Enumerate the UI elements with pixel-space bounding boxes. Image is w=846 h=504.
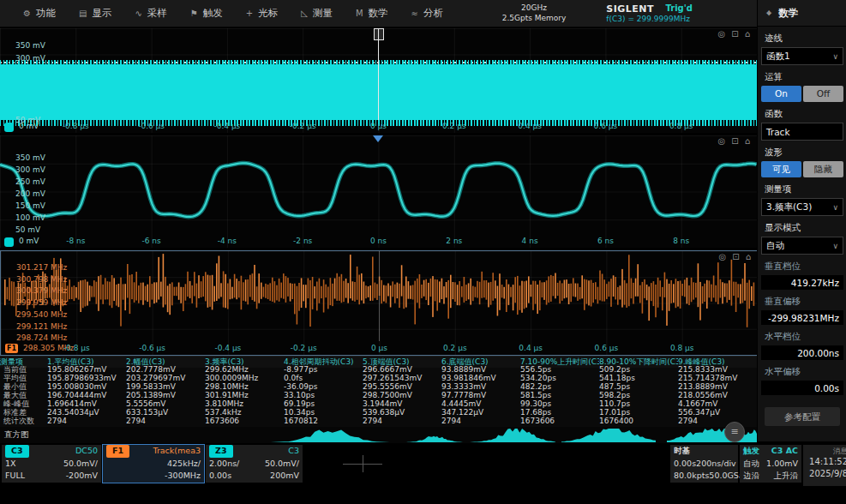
add-channel-crosshair-icon[interactable] [343,455,382,472]
reference-config-button[interactable]: 参考配置 [765,407,840,426]
table-cell: 5.5556mV [126,399,205,408]
operation-on-button[interactable]: On [761,86,801,102]
menu-item-6[interactable]: ◺测量 [301,7,333,20]
expand-icon[interactable]: ⊡ [732,252,739,261]
table-cell: 2794 [441,417,520,425]
z3-voffset: 200mV [270,470,299,483]
table-cell: 581.5ps [520,391,599,399]
vscale-field[interactable]: 419.27kHz [761,275,843,290]
reset-icon[interactable]: ⌂ [745,136,750,146]
menu-item-5[interactable]: +光标 [246,7,278,20]
trigger-level: 1.00mV [766,458,798,471]
table-cell: 218.0556mV [678,391,757,399]
pane-track-f1[interactable]: ◎⊡⌂ 301.217 MHz300.798 MHz300.379 MHz299… [0,250,759,356]
pane-main-c3[interactable]: ◎⊡⌂ 350 mV300 mV50 mV 0 mV -0.8 µs-0.6 µ… [0,28,757,133]
display-mode-label: 显示模式 [765,222,846,234]
y-tick-label: 50 mV [15,225,40,234]
measure-item-select[interactable]: 3.频率(C3) ∨ [761,198,843,216]
channel-c3-box[interactable]: C3DC50 1X50.0mV/ FULL-200mV [2,445,101,483]
measure-icon: ◺ [301,9,308,18]
x-tick-label: -0.2 µs [278,344,329,352]
reset-icon[interactable]: ⌂ [745,29,750,39]
f1-offset: -300MHz [165,470,201,483]
table-cell: 556.5ps [520,365,599,374]
chevron-down-icon: ∨ [832,242,838,250]
table-cell: 110.7ps [599,399,678,408]
hoffset-field[interactable]: 0.00s [761,381,843,395]
expand-icon[interactable]: ⊡ [731,136,738,146]
z3-zoom-waveform [0,135,757,235]
table-cell: 195.806267mV [47,365,126,374]
zoom-z3-box[interactable]: Z3C3 2.00ns/50.0mV/ 0.00s200mV [206,445,303,483]
scroll-handle[interactable]: ≡ [724,422,745,442]
clock-time: 14:11:52 [807,456,846,468]
trigger-label: 触发 [743,445,759,458]
zoom-window-cursor[interactable] [378,28,379,120]
pane3-center-line [379,251,380,341]
table-cell: 541.18ps [599,374,678,382]
table-cell: 最大值 [0,391,47,399]
samplerate-readout: 20GHz 2.5Gpts Memory [483,3,585,23]
voffset-field[interactable]: -299.98231MHz [761,310,843,325]
table-cell: 213.8889mV [678,382,757,391]
menu-item-8[interactable]: ≈分析 [411,7,443,20]
f1-trace-badge[interactable]: F1 [5,344,18,353]
math-f1-box[interactable]: F1Track(mea3 425kHz/ -300MHz [103,445,204,483]
x-tick-label: -0.6 µs [126,122,177,130]
measurement-histograms [0,427,757,443]
snapshot-icon[interactable]: ◎ [719,252,727,261]
menu-item-3[interactable]: ∿采样 [135,7,166,20]
table-cell: 215.8333mV [678,365,757,374]
y-tick-label: 150 mV [15,201,45,210]
f1-badge: F1 [106,445,129,458]
timebase-label: 时基 [674,445,690,458]
table-cell: 1673606 [205,417,284,425]
expand-icon[interactable]: ⊡ [731,29,738,39]
clock-box[interactable]: 消息 14:11:52 2025/9/8 [803,445,846,486]
pane-zoom-z3[interactable]: ◎⊡⌂ 350 mV300 mV250 mV200 mV150 mV100 mV… [0,135,757,248]
snapshot-icon[interactable]: ◎ [718,29,726,39]
frequency-readout: f(C3) = 299.9999MHz [606,15,690,23]
timebase-box[interactable]: 时基 0.00s200ns/div 80.0kpts50.0GSa/s [670,445,738,483]
vscale-label: 垂直档位 [765,261,846,273]
pin-icon[interactable]: ⌖ [766,8,771,19]
table-cell: 633.153µV [126,408,205,417]
x-tick-label: -6 ns [126,237,177,245]
analysis-icon: ≈ [411,9,418,18]
x-tick-label: 4 ns [504,237,555,245]
menu-item-2[interactable]: ▤显示 [79,7,111,20]
waveform-hidden-button[interactable]: 隐藏 [803,161,843,177]
table-cell: 峰-峰值 [0,399,47,408]
z3-trace-marker-icon[interactable] [4,237,14,247]
math-icon: M [356,9,363,18]
function-input[interactable]: Track [761,123,843,141]
operation-off-button[interactable]: Off [803,86,843,102]
c3-coupling: DC50 [75,445,98,458]
x-tick-label: 0.2 µs [429,344,481,352]
waveform-visible-button[interactable]: 可见 [761,161,801,177]
zoom-window-handle[interactable] [374,28,384,40]
c3-channel-marker-icon[interactable] [4,123,14,132]
table-cell: 4.1667mV [678,399,757,408]
trigger-position-icon[interactable] [373,135,383,142]
measurement-table: 测量项1.平均值(C3)2.幅值(C3)3.频率(C3)4.相邻周期抖动(C3)… [0,356,757,428]
pane3-corner-icons: ◎⊡⌂ [719,252,751,261]
trace-select[interactable]: 函数1 ∨ [761,47,843,65]
trigger-box[interactable]: 触发C3 AC 自动1.00mV 边沿上升沿 [740,445,801,483]
pane2-x-axis: 0 mV -8 ns-6 ns-4 ns-2 ns0 ns2 ns4 ns6 n… [0,235,757,248]
cursor-icon: + [246,9,253,18]
reset-icon[interactable]: ⌂ [746,252,751,261]
menu-item-7[interactable]: M数学 [356,7,388,20]
c3-badge: C3 [5,445,29,458]
snapshot-icon[interactable]: ◎ [718,136,726,146]
x-tick-label: -0.8 µs [51,344,102,352]
math-dialog: ⌖ 数学 迹线 函数1 ∨ 运算 On Off 函数 Track 波形 可见 隐… [757,0,846,441]
dialog-header[interactable]: ⌖ 数学 [758,0,846,27]
menu-item-1[interactable]: ⚙功能 [23,7,56,20]
display-mode-select[interactable]: 自动 ∨ [761,237,843,255]
hscale-field[interactable]: 200.00ns [761,345,843,360]
f1-function: Track(mea3 [153,445,201,458]
table-cell: 534.20ps [520,374,599,382]
menu-item-4[interactable]: ⚑触发 [190,7,223,20]
table-cell: 487.5ps [599,382,678,391]
